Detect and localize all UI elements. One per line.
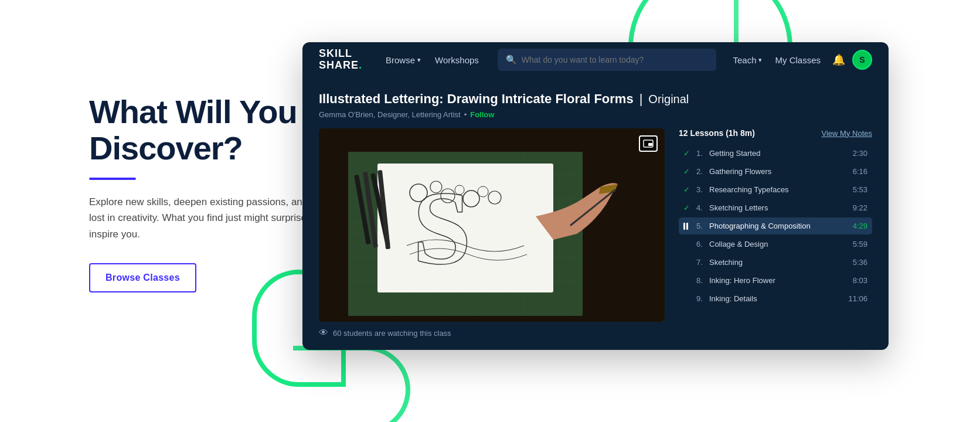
- pause-icon: [683, 223, 694, 230]
- watchers-text: 60 students are watching this class: [333, 329, 451, 338]
- lesson-item[interactable]: 9. Inking: Details 11:06: [679, 290, 872, 307]
- check-icon: ✓: [683, 149, 694, 158]
- logo-text-line2: SHARE.: [319, 60, 362, 72]
- check-icon: ✓: [683, 203, 694, 212]
- lesson-number: 1.: [696, 149, 709, 158]
- lesson-item[interactable]: 5. Photographing & Composition 4:29: [679, 217, 872, 234]
- lesson-number: 4.: [696, 203, 709, 212]
- lesson-name: Inking: Hero Flower: [709, 276, 848, 285]
- logo[interactable]: SKILL SHARE.: [319, 48, 362, 72]
- lesson-duration: 5:36: [853, 258, 867, 267]
- myclasses-label: My Classes: [775, 55, 821, 65]
- pip-button[interactable]: [639, 135, 658, 152]
- lessons-list: ✓ 1. Getting Started 2:30 ✓ 2. Gathering…: [679, 145, 872, 307]
- teach-nav-item[interactable]: Teach ▾: [728, 55, 767, 65]
- avatar-initials: S: [859, 55, 865, 64]
- lesson-name: Photographing & Composition: [709, 222, 848, 230]
- lesson-item[interactable]: ✓ 2. Gathering Flowers 6:16: [679, 163, 872, 180]
- lesson-item[interactable]: ✓ 3. Researching Typefaces 5:53: [679, 181, 872, 198]
- lesson-number: 3.: [696, 185, 709, 194]
- hero-divider: [89, 178, 136, 180]
- view-notes-button[interactable]: View My Notes: [822, 129, 872, 138]
- lesson-name: Inking: Details: [709, 294, 843, 303]
- search-input[interactable]: [522, 55, 709, 64]
- video-section: S: [319, 128, 665, 338]
- check-icon: ✓: [683, 185, 694, 194]
- lesson-name: Researching Typefaces: [709, 185, 848, 194]
- hero-title: What Will You Discover?: [89, 94, 335, 166]
- hero-section: What Will You Discover? Explore new skil…: [89, 94, 335, 292]
- lesson-name: Sketching Letters: [709, 203, 848, 212]
- lesson-name: Collage & Design: [709, 240, 848, 249]
- lesson-duration: 4:29: [853, 222, 867, 230]
- navbar: SKILL SHARE. Browse ▾ Workshops 🔍 Teach …: [302, 42, 889, 77]
- lesson-name: Sketching: [709, 258, 848, 267]
- teach-label: Teach: [733, 55, 756, 65]
- lesson-duration: 6:16: [853, 167, 867, 176]
- lesson-duration: 5:59: [853, 240, 867, 249]
- lessons-panel: 12 Lessons (1h 8m) View My Notes ✓ 1. Ge…: [679, 128, 872, 338]
- instructor-name: Gemma O'Brien, Designer, Lettering Artis…: [319, 110, 461, 119]
- lesson-duration: 9:22: [853, 203, 867, 212]
- logo-text-line1: SKILL: [319, 48, 362, 60]
- lesson-number: 8.: [696, 276, 709, 285]
- class-instructor-row: Gemma O'Brien, Designer, Lettering Artis…: [319, 110, 872, 119]
- deco-blob: [293, 346, 410, 422]
- check-icon: ✓: [683, 167, 694, 176]
- lesson-name: Getting Started: [709, 149, 848, 158]
- lesson-item[interactable]: ✓ 1. Getting Started 2:30: [679, 145, 872, 162]
- lesson-number: 2.: [696, 167, 709, 176]
- original-badge: Original: [648, 93, 689, 106]
- follow-button[interactable]: Follow: [470, 110, 494, 119]
- search-icon: 🔍: [506, 55, 517, 65]
- my-classes-nav-item[interactable]: My Classes: [770, 55, 825, 65]
- workshops-nav-item[interactable]: Workshops: [428, 55, 486, 65]
- lesson-item[interactable]: 7. Sketching 5:36: [679, 254, 872, 271]
- teach-chevron-icon: ▾: [758, 56, 762, 64]
- lesson-item[interactable]: ✓ 4. Sketching Letters 9:22: [679, 199, 872, 216]
- browse-classes-button[interactable]: Browse Classes: [89, 263, 196, 292]
- dot-separator: •: [464, 110, 467, 119]
- video-background: S: [319, 128, 665, 322]
- browse-label: Browse: [386, 55, 415, 65]
- lessons-header: 12 Lessons (1h 8m) View My Notes: [679, 128, 872, 138]
- lesson-name: Gathering Flowers: [709, 167, 848, 176]
- video-thumbnail[interactable]: S: [319, 128, 665, 322]
- video-footer: 👁 60 students are watching this class: [319, 328, 665, 338]
- workshops-label: Workshops: [435, 55, 479, 65]
- hero-subtitle: Explore new skills, deepen existing pass…: [89, 194, 335, 242]
- bell-icon[interactable]: 🔔: [829, 53, 849, 66]
- content-area: Illustrated Lettering: Drawing Intricate…: [302, 77, 889, 350]
- title-pipe: |: [639, 91, 643, 107]
- nav-right-section: Teach ▾ My Classes 🔔 S: [728, 50, 872, 70]
- lessons-count: 12 Lessons (1h 8m): [679, 128, 755, 138]
- lesson-item[interactable]: 8. Inking: Hero Flower 8:03: [679, 272, 872, 289]
- class-title: Illustrated Lettering: Drawing Intricate…: [319, 91, 634, 107]
- artwork-image: S: [319, 128, 665, 322]
- avatar[interactable]: S: [852, 50, 872, 70]
- lesson-duration: 5:53: [853, 185, 867, 194]
- app-window: SKILL SHARE. Browse ▾ Workshops 🔍 Teach …: [302, 42, 889, 350]
- lesson-number: 7.: [696, 258, 709, 267]
- lesson-number: 6.: [696, 240, 709, 249]
- svg-rect-48: [648, 143, 652, 146]
- lesson-number: 5.: [696, 222, 709, 230]
- lesson-number: 9.: [696, 294, 709, 303]
- lesson-duration: 8:03: [853, 276, 867, 285]
- browse-nav-item[interactable]: Browse ▾: [379, 55, 428, 65]
- lesson-duration: 2:30: [853, 149, 867, 158]
- main-content-row: S: [319, 128, 872, 338]
- browse-chevron-icon: ▾: [417, 56, 421, 64]
- lesson-duration: 11:06: [848, 294, 867, 303]
- search-bar[interactable]: 🔍: [498, 49, 717, 71]
- lesson-item[interactable]: 6. Collage & Design 5:59: [679, 236, 872, 253]
- class-title-row: Illustrated Lettering: Drawing Intricate…: [319, 91, 872, 107]
- eye-icon: 👁: [319, 328, 328, 338]
